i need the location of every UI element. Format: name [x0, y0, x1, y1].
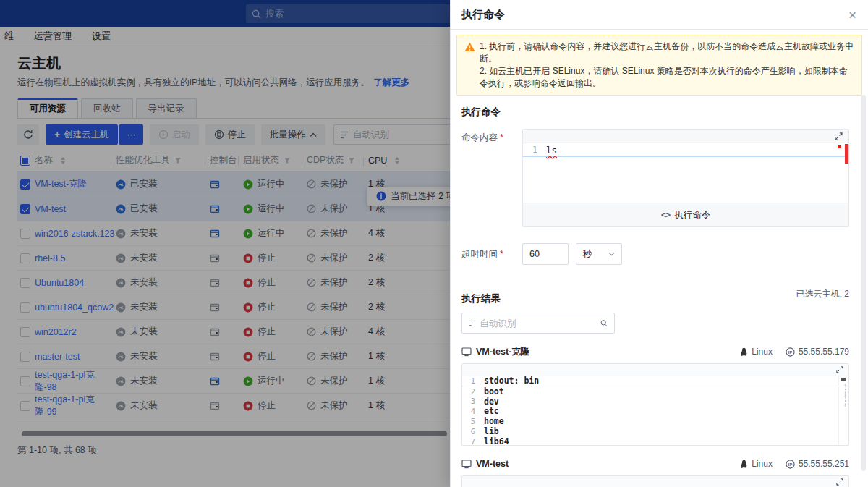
linux-icon — [740, 347, 748, 357]
output-line: 4etc — [462, 406, 848, 416]
warning-icon — [464, 42, 475, 52]
alert-line-1: 1. 执行前，请确认命令内容，并建议您进行云主机备份，以防不当的命令造成云主机故… — [480, 41, 854, 65]
run-command-button[interactable]: <> 执行命令 — [661, 209, 710, 221]
scrollbar-thumb[interactable] — [841, 378, 846, 381]
result-block: VM-test-克隆 Linux IP 55.55.55.179 1stdout… — [461, 344, 849, 446]
ip-icon: IP — [786, 347, 795, 357]
alert-line-2: 2. 如云主机已开启 SELinux，请确认 SELinux 策略是否对本次执行… — [480, 65, 854, 90]
output-line-number: 2 — [462, 387, 484, 396]
command-editor[interactable]: 1 ls <> 执行命令 — [522, 129, 849, 227]
drawer-header: 执行命令 × — [451, 0, 868, 30]
output-line-number: 6 — [462, 427, 484, 436]
required-asterisk: * — [500, 132, 503, 143]
section-execute-command: 执行命令 — [461, 106, 849, 119]
result-header: VM-test Linux IP 55.55.55.251 — [461, 457, 849, 471]
result-meta: Linux IP 55.55.55.251 — [740, 459, 849, 469]
command-content-row: 命令内容* 1 ls — [461, 129, 849, 227]
error-marker — [838, 145, 841, 148]
result-os-label: Linux — [752, 347, 773, 357]
editor-toolbar — [523, 130, 848, 143]
filter-lines-icon — [469, 319, 475, 327]
result-search-input[interactable] — [480, 318, 596, 329]
drawer-body: 1. 执行前，请确认命令内容，并建议您进行云主机备份，以防不当的命令造成云主机故… — [451, 30, 868, 487]
vm-monitor-icon — [461, 347, 472, 357]
code-line: 1 ls — [523, 143, 848, 157]
warning-alert: 1. 执行前，请确认命令内容，并建议您进行云主机备份，以防不当的命令造成云主机故… — [456, 35, 862, 96]
output-line-number: 1 — [462, 376, 484, 385]
output-line: 2boot — [462, 386, 848, 397]
output-text: lib — [484, 426, 499, 436]
timeout-input[interactable] — [522, 243, 569, 265]
output-text: home — [484, 416, 504, 426]
result-vm-name: VM-test — [476, 459, 509, 469]
output-text: etc — [484, 406, 499, 416]
timeout-unit-value: 秒 — [583, 248, 592, 261]
output-body[interactable]: 1stdout: bin2boot3dev4etc5home6lib7lib64 — [462, 376, 848, 445]
vm-monitor-icon — [461, 459, 472, 469]
drawer-scrollbar[interactable] — [861, 95, 866, 471]
timeout-row: 超时时间* 秒 — [461, 243, 849, 265]
command-editor-body[interactable]: 1 ls — [523, 143, 848, 203]
output-editor-toolbar — [462, 364, 848, 376]
output-editor[interactable]: 1stdout: bin2boot3dev4etc5home6lib7lib64 — [461, 363, 849, 446]
result-vm-name: VM-test-克隆 — [476, 346, 529, 358]
execute-command-drawer: 执行命令 × 1. 执行前，请确认命令内容，并建议您进行云主机备份，以防不当的命… — [450, 0, 868, 487]
section-execute-result: 执行结果 — [461, 292, 501, 305]
timeout-label: 超时时间* — [461, 248, 522, 261]
output-editor-toolbar — [462, 476, 848, 487]
output-line: 7lib64 — [462, 436, 848, 445]
command-text: ls — [546, 145, 557, 156]
expand-icon[interactable] — [835, 132, 843, 140]
chevron-down-icon — [608, 252, 615, 256]
linux-icon — [740, 460, 748, 469]
command-content-label: 命令内容* — [461, 129, 522, 227]
result-os-label: Linux — [752, 459, 773, 469]
close-icon[interactable]: × — [848, 8, 856, 22]
output-text: lib64 — [484, 436, 509, 445]
result-meta: Linux IP 55.55.55.179 — [740, 347, 849, 357]
error-scrollbar-marker — [845, 144, 848, 164]
output-text: stdout: bin — [484, 376, 539, 386]
scroll-annotation — [841, 383, 848, 407]
result-block: VM-test Linux IP 55.55.55.251 1stdout: b… — [461, 457, 849, 487]
expand-icon[interactable] — [836, 366, 843, 373]
output-line-number: 5 — [462, 417, 484, 425]
output-line: 1stdout: bin — [462, 376, 848, 386]
editor-footer: <> 执行命令 — [523, 203, 848, 226]
output-scrollbar[interactable] — [838, 376, 848, 445]
modal-overlay — [0, 0, 450, 487]
line-number: 1 — [523, 145, 546, 155]
output-line-number: 7 — [462, 437, 484, 445]
drawer-title: 执行命令 — [461, 8, 505, 22]
svg-text:IP: IP — [788, 350, 793, 354]
screen: 维 运营管理 设置 云主机 运行在物理机上的虚拟机实例，具有独立的IP地址，可以… — [0, 0, 868, 487]
search-icon[interactable] — [600, 318, 608, 328]
svg-text:IP: IP — [788, 462, 793, 466]
selected-vm-count: 已选云主机: 2 — [796, 288, 849, 300]
expand-icon[interactable] — [836, 478, 843, 486]
code-icon: <> — [661, 210, 670, 220]
ip-icon: IP — [786, 460, 795, 469]
output-editor[interactable]: 1stdout: bin2boot3dev4etc5home6lib7lib64 — [461, 475, 849, 487]
output-text: boot — [484, 386, 504, 397]
command-form: 执行命令 命令内容* 1 ls — [451, 106, 868, 334]
result-ip: 55.55.55.179 — [799, 347, 849, 357]
output-line: 5home — [462, 416, 848, 426]
results-container: VM-test-克隆 Linux IP 55.55.55.179 1stdout… — [451, 344, 868, 487]
required-asterisk: * — [500, 249, 503, 259]
output-line-number: 4 — [462, 407, 484, 415]
timeout-unit-select[interactable]: 秒 — [576, 243, 622, 265]
output-line: 3dev — [462, 397, 848, 407]
output-text: dev — [484, 397, 499, 407]
output-line-number: 3 — [462, 397, 484, 405]
result-search[interactable] — [461, 313, 615, 334]
result-ip: 55.55.55.251 — [799, 459, 849, 469]
result-header: VM-test-克隆 Linux IP 55.55.55.179 — [461, 344, 849, 359]
output-line: 6lib — [462, 426, 848, 436]
result-section-header: 执行结果 已选云主机: 2 — [461, 282, 849, 305]
run-command-label: 执行命令 — [674, 209, 710, 221]
